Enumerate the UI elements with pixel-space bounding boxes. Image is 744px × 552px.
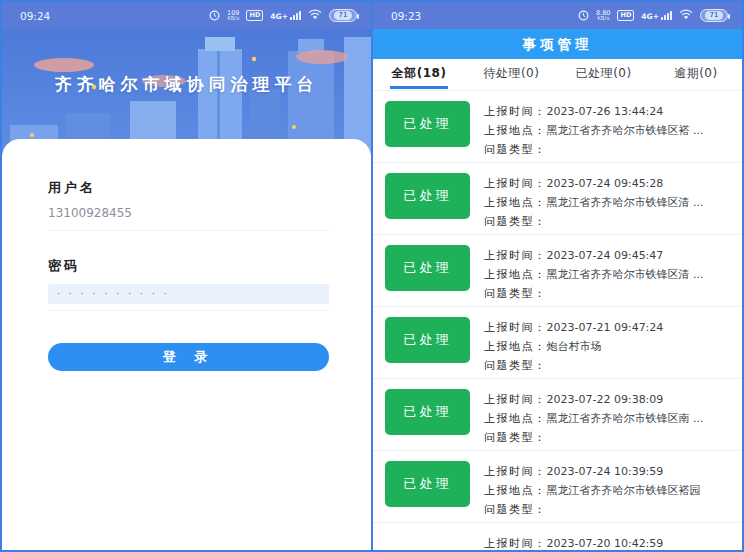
report-location-label: 上报地点： xyxy=(484,196,547,209)
status-bar-left: 09:24 109 KB/s HD 4G+ 71 xyxy=(2,2,371,29)
list-item[interactable]: 已处理 上报时间：2023-07-24 10:39:59 上报地点：黑龙江省齐齐… xyxy=(373,451,742,523)
report-time-value: 2023-07-21 09:47:24 xyxy=(547,321,664,334)
status-bar-right: 09:23 8.80 KB/s HD 4G+ 71 xyxy=(373,2,742,29)
report-location-value: 黑龙江省齐齐哈尔市铁锋区褡园 xyxy=(547,484,701,497)
report-location-label: 上报地点： xyxy=(484,484,547,497)
password-label: 密码 xyxy=(48,257,329,275)
report-time-value: 2023-07-24 09:45:47 xyxy=(547,249,664,262)
report-location-value: 黑龙江省齐齐哈尔市铁锋区南 ... xyxy=(547,412,704,425)
signal-4g-icon: 4G+ xyxy=(641,11,672,20)
report-time-value: 2023-07-20 10:42:59 xyxy=(547,537,664,550)
report-location-label: 上报地点： xyxy=(484,340,547,353)
problem-type-label: 问题类型： xyxy=(484,215,547,228)
tab-processed[interactable]: 已处理(0) xyxy=(558,59,650,90)
problem-type-label: 问题类型： xyxy=(484,143,547,156)
login-card: 用户名 13100928455 密码 ·········· 登 录 xyxy=(2,139,371,550)
status-badge: 已处理 xyxy=(385,101,470,147)
status-badge: 已处理 xyxy=(385,317,470,363)
status-badge: 已处理 xyxy=(385,389,470,435)
list-item[interactable]: 已处理 上报时间：2023-07-22 09:38:09 上报地点：黑龙江省齐齐… xyxy=(373,379,742,451)
status-badge: 已处理 xyxy=(385,173,470,219)
status-badge-placeholder xyxy=(385,533,470,550)
page-title: 事项管理 xyxy=(373,29,742,59)
alarm-clock-icon xyxy=(209,10,220,21)
password-field[interactable]: ·········· xyxy=(48,284,329,304)
problem-type-label: 问题类型： xyxy=(484,359,547,372)
battery-icon: 71 xyxy=(329,9,357,22)
report-time-value: 2023-07-26 13:44:24 xyxy=(547,105,664,118)
report-location-label: 上报地点： xyxy=(484,412,547,425)
report-time-label: 上报时间： xyxy=(484,393,547,406)
status-badge: 已处理 xyxy=(385,461,470,507)
app-title: 齐齐哈尔市域协同治理平台 xyxy=(2,29,371,96)
wifi-icon xyxy=(679,9,693,22)
report-time-label: 上报时间： xyxy=(484,105,547,118)
list-item[interactable]: 已处理 上报时间：2023-07-21 09:47:24 上报地点：炮台村市场 … xyxy=(373,307,742,379)
battery-icon: 71 xyxy=(700,9,728,22)
report-time-label: 上报时间： xyxy=(484,537,547,550)
login-screen: 09:24 109 KB/s HD 4G+ 71 xyxy=(2,2,371,550)
network-speed-indicator: 109 KB/s xyxy=(227,10,239,22)
login-button[interactable]: 登 录 xyxy=(48,343,329,371)
problem-type-label: 问题类型： xyxy=(484,503,547,516)
clock-time: 09:24 xyxy=(20,10,50,22)
problem-type-label: 问题类型： xyxy=(484,431,547,444)
status-badge: 已处理 xyxy=(385,245,470,291)
report-time-label: 上报时间： xyxy=(484,321,547,334)
username-field[interactable]: 13100928455 xyxy=(48,206,329,231)
item-list: 已处理 上报时间：2023-07-26 13:44:24 上报地点：黑龙江省齐齐… xyxy=(373,91,742,550)
list-item[interactable]: 上报时间：2023-07-20 10:42:59 上报地点：菜鸟驿站(齐齐哈尔铁… xyxy=(373,523,742,550)
list-item[interactable]: 已处理 上报时间：2023-07-24 09:45:47 上报地点：黑龙江省齐齐… xyxy=(373,235,742,307)
report-location-value: 黑龙江省齐齐哈尔市铁锋区褡 ... xyxy=(547,124,704,137)
list-item[interactable]: 已处理 上报时间：2023-07-24 09:45:28 上报地点：黑龙江省齐齐… xyxy=(373,163,742,235)
report-time-label: 上报时间： xyxy=(484,249,547,262)
report-location-label: 上报地点： xyxy=(484,124,547,137)
report-time-label: 上报时间： xyxy=(484,177,547,190)
username-label: 用户名 xyxy=(48,179,329,197)
tab-bar: 全部(18) 待处理(0) 已处理(0) 逾期(0) xyxy=(373,59,742,91)
report-time-label: 上报时间： xyxy=(484,465,547,478)
report-time-value: 2023-07-24 09:45:28 xyxy=(547,177,664,190)
list-item[interactable]: 已处理 上报时间：2023-07-26 13:44:24 上报地点：黑龙江省齐齐… xyxy=(373,91,742,163)
report-location-value: 黑龙江省齐齐哈尔市铁锋区清 ... xyxy=(547,268,704,281)
wifi-icon xyxy=(308,9,322,22)
screenshot-frame: 09:24 109 KB/s HD 4G+ 71 xyxy=(0,0,744,552)
report-time-value: 2023-07-24 10:39:59 xyxy=(547,465,664,478)
problem-type-label: 问题类型： xyxy=(484,287,547,300)
clock-time: 09:23 xyxy=(391,10,421,22)
hd-icon: HD xyxy=(246,10,263,21)
item-management-screen: 09:23 8.80 KB/s HD 4G+ 71 xyxy=(373,2,742,550)
tab-overdue[interactable]: 逾期(0) xyxy=(650,59,742,90)
tab-all[interactable]: 全部(18) xyxy=(373,59,465,90)
network-speed-indicator: 8.80 KB/s xyxy=(596,10,610,22)
alarm-clock-icon xyxy=(578,10,589,21)
report-location-value: 炮台村市场 xyxy=(547,340,602,353)
report-time-value: 2023-07-22 09:38:09 xyxy=(547,393,664,406)
report-location-value: 黑龙江省齐齐哈尔市铁锋区清 ... xyxy=(547,196,704,209)
report-location-label: 上报地点： xyxy=(484,268,547,281)
login-hero-banner: 齐齐哈尔市域协同治理平台 xyxy=(2,29,371,155)
tab-pending[interactable]: 待处理(0) xyxy=(465,59,557,90)
signal-4g-icon: 4G+ xyxy=(270,11,301,20)
hd-icon: HD xyxy=(617,10,634,21)
password-underline xyxy=(48,304,329,311)
